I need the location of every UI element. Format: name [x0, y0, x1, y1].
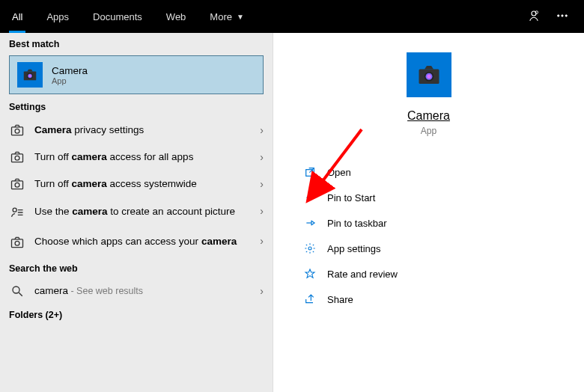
- web-result-label: camera - See web results: [34, 284, 251, 298]
- action-label: Open: [327, 167, 351, 178]
- tab-documents[interactable]: Documents: [81, 0, 154, 33]
- action-open[interactable]: Open: [303, 160, 554, 184]
- svg-point-15: [13, 208, 16, 212]
- settings-row-choose-apps[interactable]: Choose which apps can access your camera…: [0, 227, 273, 257]
- tab-apps[interactable]: Apps: [34, 0, 81, 33]
- top-bar: All Apps Documents Web More ▼: [0, 0, 584, 33]
- camera-icon: [22, 67, 38, 83]
- best-match-result[interactable]: Camera App: [9, 55, 264, 94]
- camera-icon: [416, 61, 442, 88]
- settings-row-label: Choose which apps can access your camera: [34, 235, 251, 248]
- web-result-row[interactable]: camera - See web results ›: [0, 278, 273, 304]
- svg-point-12: [15, 156, 19, 160]
- open-icon: [303, 166, 317, 178]
- feedback-icon[interactable]: [527, 9, 541, 25]
- search-scope-tabs: All Apps Documents Web More ▼: [0, 0, 256, 33]
- pin-icon: [303, 217, 317, 229]
- share-icon: [303, 293, 317, 305]
- action-pin-taskbar[interactable]: Pin to taskbar: [303, 211, 554, 235]
- camera-app-tile: [17, 62, 43, 88]
- chevron-right-icon: ›: [260, 235, 264, 247]
- settings-row-camera-privacy[interactable]: Camera privacy settings ›: [0, 117, 273, 144]
- camera-outline-icon: [9, 235, 25, 250]
- svg-rect-13: [12, 181, 23, 189]
- action-rate-review[interactable]: Rate and review: [303, 262, 554, 286]
- folders-heading: Folders (2+): [0, 304, 273, 325]
- svg-point-25: [308, 247, 311, 250]
- pin-icon: [303, 192, 317, 203]
- tab-more-label: More: [210, 11, 232, 22]
- action-label: Pin to Start: [327, 192, 375, 203]
- tab-all[interactable]: All: [0, 0, 34, 33]
- action-share[interactable]: Share: [303, 287, 554, 311]
- action-label: Share: [327, 294, 353, 305]
- app-tile-large: [407, 52, 451, 97]
- svg-rect-9: [12, 127, 23, 135]
- tab-web[interactable]: Web: [154, 0, 198, 33]
- settings-row-account-picture[interactable]: Use the camera to create an account pict…: [0, 197, 273, 227]
- action-list: Open Pin to Start Pin to taskbar App set…: [303, 160, 554, 311]
- star-icon: [303, 268, 317, 280]
- settings-row-label: Camera privacy settings: [34, 123, 251, 137]
- account-settings-icon: [9, 205, 25, 220]
- svg-point-18: [13, 287, 19, 293]
- action-pin-start[interactable]: Pin to Start: [303, 186, 554, 209]
- svg-point-10: [15, 129, 19, 133]
- tab-more[interactable]: More ▼: [198, 0, 256, 33]
- svg-point-8: [28, 75, 31, 77]
- action-label: Rate and review: [327, 269, 398, 280]
- svg-point-23: [427, 75, 431, 79]
- svg-point-2: [558, 14, 559, 16]
- svg-line-19: [19, 293, 22, 296]
- settings-row-label: Turn off camera access systemwide: [34, 177, 251, 191]
- camera-outline-icon: [9, 177, 25, 192]
- svg-rect-11: [12, 154, 23, 162]
- action-label: App settings: [327, 243, 381, 254]
- topbar-actions: [527, 0, 577, 33]
- svg-point-14: [15, 183, 19, 187]
- action-app-settings[interactable]: App settings: [303, 236, 554, 260]
- svg-point-3: [562, 14, 563, 16]
- gear-icon: [303, 242, 317, 254]
- best-match-subtitle: App: [52, 76, 88, 85]
- chevron-right-icon: ›: [260, 124, 264, 136]
- settings-row-turnoff-allapps[interactable]: Turn off camera access for all apps ›: [0, 144, 273, 171]
- svg-point-17: [15, 241, 19, 245]
- search-web-heading: Search the web: [0, 257, 273, 278]
- chevron-right-icon: ›: [260, 178, 264, 190]
- preview-subtitle: App: [421, 126, 437, 136]
- settings-heading: Settings: [0, 96, 273, 117]
- preview-title[interactable]: Camera: [407, 109, 450, 123]
- chevron-down-icon: ▼: [237, 13, 244, 21]
- svg-rect-16: [12, 239, 23, 248]
- search-icon: [9, 284, 25, 298]
- best-match-name: Camera: [52, 65, 88, 76]
- chevron-right-icon: ›: [260, 151, 264, 163]
- chevron-right-icon: ›: [260, 205, 264, 217]
- svg-point-4: [565, 14, 567, 16]
- settings-row-label: Use the camera to create an account pict…: [34, 205, 251, 218]
- results-panel: Best match Camera App Settings Camera pr…: [0, 33, 273, 392]
- camera-outline-icon: [9, 150, 25, 165]
- settings-row-turnoff-system[interactable]: Turn off camera access systemwide ›: [0, 171, 273, 197]
- best-match-heading: Best match: [0, 33, 273, 54]
- settings-row-label: Turn off camera access for all apps: [34, 150, 251, 164]
- action-label: Pin to taskbar: [327, 218, 387, 229]
- more-icon[interactable]: [556, 9, 569, 25]
- chevron-right-icon: ›: [260, 285, 264, 297]
- preview-panel: Camera App Open Pin to Start Pin to t: [273, 33, 584, 392]
- camera-outline-icon: [9, 123, 25, 138]
